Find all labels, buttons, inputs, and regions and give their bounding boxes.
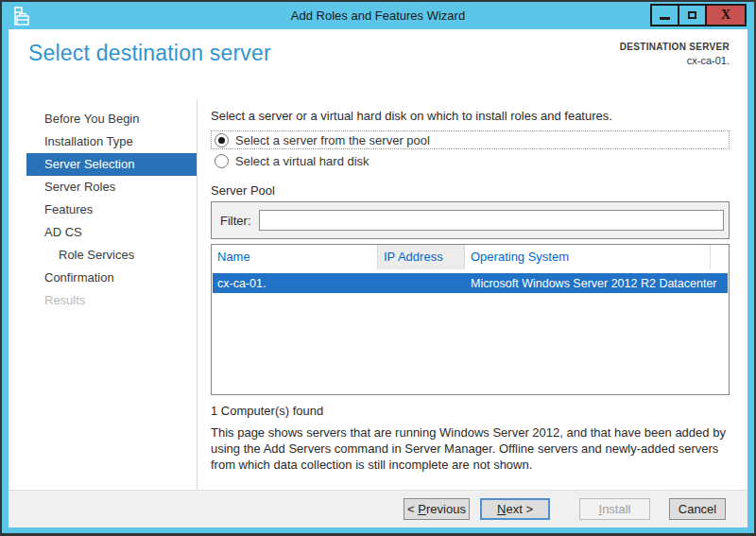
minimize-icon	[660, 17, 670, 20]
server-selection-pane: Select a server or a virtual hard disk o…	[211, 99, 730, 473]
server-pool-label: Server Pool	[211, 183, 730, 198]
sidebar-item-installation-type[interactable]: Installation Type	[26, 130, 197, 153]
wizard-steps-sidebar: Before You Begin Installation Type Serve…	[9, 99, 198, 491]
column-header-name[interactable]: Name	[212, 245, 377, 269]
wizard-window: Add Roles and Features Wizard X Select d…	[0, 0, 756, 536]
radio-select-server-from-pool[interactable]: Select a server from the server pool	[211, 130, 730, 149]
wizard-button-bar: < Previous Next > Install Cancel	[9, 490, 747, 527]
page-description-intro: Select a server or a virtual hard disk o…	[211, 109, 730, 123]
filter-box: Filter:	[211, 201, 730, 239]
column-header-spacer	[710, 245, 729, 269]
sidebar-item-results: Results	[26, 289, 197, 312]
sidebar-item-features[interactable]: Features	[26, 199, 197, 221]
table-row-server[interactable]: cx-ca-01. Microsoft Windows Server 2012 …	[213, 273, 728, 293]
sidebar-item-confirmation[interactable]: Confirmation	[26, 267, 197, 289]
cell-server-name: cx-ca-01.	[213, 277, 377, 290]
server-pool-table: Name IP Address Operating System cx-ca-0…	[211, 244, 730, 395]
radio-icon-vhd[interactable]	[215, 154, 229, 168]
cell-server-os: Microsoft Windows Server 2012 R2 Datacen…	[466, 277, 728, 290]
minimize-button[interactable]	[650, 4, 679, 26]
install-button[interactable]: Install	[579, 498, 650, 520]
wizard-content: Select destination server DESTINATION SE…	[9, 29, 747, 527]
title-bar: Add Roles and Features Wizard X	[9, 2, 747, 29]
sidebar-item-ad-cs[interactable]: AD CS	[26, 221, 197, 244]
previous-button[interactable]: < Previous	[404, 498, 470, 520]
filter-label: Filter:	[220, 214, 251, 228]
radio-select-virtual-hard-disk[interactable]: Select a virtual hard disk	[211, 151, 730, 170]
page-title: Select destination server	[28, 41, 271, 66]
destination-server-label: DESTINATION SERVER	[620, 42, 730, 52]
close-icon: X	[721, 9, 730, 22]
table-header-row: Name IP Address Operating System	[212, 245, 729, 269]
radio-label-server-pool: Select a server from the server pool	[235, 133, 430, 147]
cancel-button[interactable]: Cancel	[669, 498, 726, 520]
radio-icon-server-pool[interactable]	[215, 133, 229, 147]
maximize-button[interactable]	[678, 4, 707, 26]
destination-server-name: cx-ca-01.	[620, 55, 730, 66]
column-header-operating-system[interactable]: Operating System	[465, 245, 710, 269]
page-header: Select destination server DESTINATION SE…	[9, 29, 747, 99]
window-controls: X	[652, 4, 747, 26]
sidebar-item-server-selection[interactable]: Server Selection	[26, 153, 197, 176]
page-help-description: This page shows servers that are running…	[211, 424, 727, 473]
computers-found-count: 1 Computer(s) found	[211, 404, 730, 418]
destination-block: DESTINATION SERVER cx-ca-01.	[620, 42, 730, 66]
close-button[interactable]: X	[705, 4, 747, 26]
radio-label-vhd: Select a virtual hard disk	[235, 154, 369, 168]
sidebar-item-server-roles[interactable]: Server Roles	[26, 176, 197, 199]
column-header-ip-address[interactable]: IP Address	[377, 245, 465, 269]
next-button[interactable]: Next >	[480, 498, 550, 520]
sidebar-item-role-services[interactable]: Role Services	[26, 244, 197, 267]
maximize-icon	[688, 11, 696, 19]
filter-input[interactable]	[259, 210, 725, 231]
window-title: Add Roles and Features Wizard	[9, 2, 747, 29]
sidebar-item-before-you-begin[interactable]: Before You Begin	[26, 108, 197, 130]
